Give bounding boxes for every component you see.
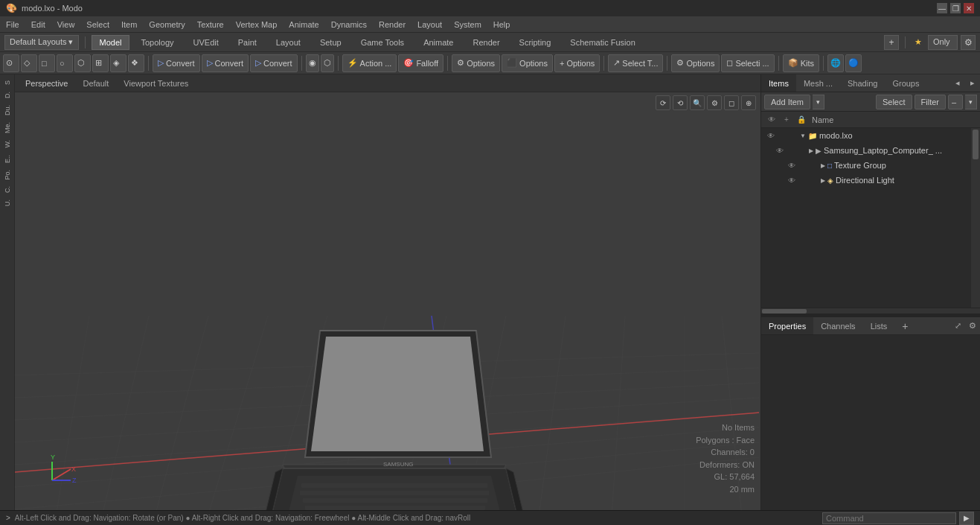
select-polygon-btn[interactable]: □ (39, 54, 55, 72)
sidebar-tab-c[interactable]: C. (2, 183, 13, 196)
vp-rotate-btn[interactable]: ⟳ (656, 95, 670, 110)
action-button[interactable]: ⚡ Action ... (342, 54, 397, 72)
props-tab-channels[interactable]: Channels (813, 317, 862, 334)
select-material-btn[interactable]: ⬡ (74, 54, 91, 72)
layout-tab-gametools[interactable]: Game Tools (353, 35, 413, 50)
sidebar-tab-w[interactable]: W. (2, 137, 13, 151)
vp-plus-btn[interactable]: ⊕ (741, 95, 756, 110)
visibility-texture-group[interactable]: 👁 (785, 159, 798, 172)
right-tab-mesh[interactable]: Mesh ... (796, 74, 840, 92)
sidebar-tab-du[interactable]: Du. (2, 102, 13, 118)
sphere-btn[interactable]: ◉ (306, 54, 319, 72)
select-uv-btn[interactable]: ⊞ (92, 54, 109, 72)
kits-button[interactable]: 📦 Kits (783, 54, 819, 72)
menu-vertex-map[interactable]: Vertex Map (230, 16, 284, 32)
select-edge-btn[interactable]: ◇ (21, 54, 37, 72)
menu-select[interactable]: Select (80, 16, 115, 32)
modo-lxo-expand-arrow[interactable]: ▼ (800, 133, 806, 139)
menu-animate[interactable]: Animate (283, 16, 324, 32)
layout-tab-layout[interactable]: Layout (268, 35, 309, 50)
sidebar-tab-u[interactable]: U. (2, 197, 13, 209)
default-layouts-dropdown[interactable]: Default Layouts ▾ (4, 35, 79, 50)
options-button-1[interactable]: ⚙ Options (452, 54, 500, 72)
props-settings-btn[interactable]: ⚙ (965, 317, 980, 335)
vp-settings-btn[interactable]: ⚙ (707, 95, 722, 110)
only-dropdown[interactable]: Only (928, 35, 958, 50)
layout-tab-render[interactable]: Render (464, 35, 507, 50)
visibility-samsung[interactable]: 👁 (773, 144, 787, 157)
command-input[interactable] (822, 512, 956, 524)
sidebar-tab-s[interactable]: S (2, 77, 13, 88)
props-tab-properties[interactable]: Properties (761, 317, 813, 334)
add-item-dropdown[interactable]: ▾ (813, 95, 824, 109)
vp-tab-perspective[interactable]: Perspective (21, 77, 72, 89)
unreal-btn[interactable]: 🔵 (845, 54, 862, 72)
layout-tab-setup[interactable]: Setup (312, 35, 350, 50)
samsung-expand-arrow[interactable]: ▶ (809, 147, 813, 154)
sidebar-tab-p[interactable]: Po. (2, 167, 13, 183)
command-run-button[interactable]: ▶ (959, 512, 974, 525)
minus-button[interactable]: – (948, 95, 963, 109)
maximize-button[interactable]: ❐ (950, 3, 961, 13)
vp-frame-btn[interactable]: ◻ (724, 95, 739, 110)
menu-layout[interactable]: Layout (411, 16, 448, 32)
items-row-texture-group[interactable]: 👁 ▶ □ Texture Group (761, 158, 971, 173)
convert-button-3[interactable]: ▷ Convert (250, 54, 298, 72)
selecti-button[interactable]: ◻ Selecti ... (721, 54, 774, 72)
select-all-btn[interactable]: ⊙ (3, 54, 19, 72)
layout-tab-schematic[interactable]: Schematic Fusion (562, 35, 643, 50)
light-expand-arrow[interactable]: ▶ (821, 177, 825, 184)
props-expand-btn[interactable]: ⤢ (950, 317, 965, 335)
select-t-button[interactable]: ↗ Select T... (608, 54, 663, 72)
tool-extra-1[interactable]: ◈ (110, 54, 126, 72)
menu-help[interactable]: Help (487, 16, 516, 32)
menu-geometry[interactable]: Geometry (143, 16, 190, 32)
filter-button[interactable]: Filter (915, 95, 946, 109)
layout-tab-scripting[interactable]: Scripting (511, 35, 560, 50)
add-item-button[interactable]: Add Item (764, 95, 810, 109)
tool-extra-2[interactable]: ❖ (128, 54, 144, 72)
layout-tab-model[interactable]: Model (92, 35, 130, 50)
items-scroll-thumb[interactable] (973, 130, 979, 159)
options-button-4[interactable]: ⚙ Options (671, 54, 720, 72)
close-button[interactable]: ✕ (964, 3, 974, 13)
menu-item[interactable]: Item (115, 16, 143, 32)
options-button-3[interactable]: + Options (554, 54, 600, 72)
select-item-btn[interactable]: ○ (57, 54, 73, 72)
props-plus-btn[interactable]: + (897, 317, 912, 335)
menu-system[interactable]: System (448, 16, 487, 32)
layout-tab-topology[interactable]: Topology (132, 35, 182, 50)
visibility-modo-lxo[interactable]: 👁 (764, 129, 778, 142)
viewport-mode-btn[interactable]: 🌐 (827, 54, 844, 72)
filter-dropdown[interactable]: ▾ (965, 95, 977, 109)
vp-tab-viewport-textures[interactable]: Viewport Textures (119, 77, 193, 89)
right-tab-items[interactable]: Items (761, 74, 796, 92)
settings-button[interactable]: ⚙ (961, 35, 976, 50)
vp-orbit-btn[interactable]: ⟲ (673, 95, 688, 110)
items-row-directional-light[interactable]: 👁 ▶ ◈ Directional Light (761, 173, 971, 188)
layout-tab-animate[interactable]: Animate (415, 35, 461, 50)
layout-tab-paint[interactable]: Paint (230, 35, 265, 50)
menu-view[interactable]: View (51, 16, 81, 32)
items-row-modo-lxo[interactable]: 👁 ▼ 📁 modo.lxo (761, 128, 971, 143)
props-tab-lists[interactable]: Lists (863, 317, 895, 334)
menu-dynamics[interactable]: Dynamics (325, 16, 373, 32)
menu-file[interactable]: File (0, 16, 25, 32)
items-row-samsung-laptop[interactable]: 👁 ▶ ▶ Samsung_Laptop_Computer_ ... (761, 143, 971, 158)
menu-texture[interactable]: Texture (191, 16, 230, 32)
right-tab-shading[interactable]: Shading (840, 74, 885, 92)
texture-expand-arrow[interactable]: ▶ (821, 162, 825, 169)
hex-btn[interactable]: ⬡ (321, 54, 334, 72)
right-panel-collapse-left[interactable]: ◂ (950, 76, 965, 91)
minimize-button[interactable]: — (937, 3, 947, 13)
options-button-2[interactable]: ⬛ Options (502, 54, 553, 72)
menu-edit[interactable]: Edit (25, 16, 51, 32)
viewport[interactable]: Perspective Default Viewport Textures (15, 74, 760, 510)
menu-render[interactable]: Render (373, 16, 411, 32)
convert-button-1[interactable]: ▷ Convert (153, 54, 200, 72)
right-panel-collapse-right[interactable]: ▸ (965, 76, 980, 91)
right-tab-groups[interactable]: Groups (885, 74, 926, 92)
sidebar-tab-e[interactable]: E.. (2, 152, 13, 166)
select-button[interactable]: Select (876, 95, 912, 109)
layout-tab-uvedit[interactable]: UVEdit (185, 35, 227, 50)
